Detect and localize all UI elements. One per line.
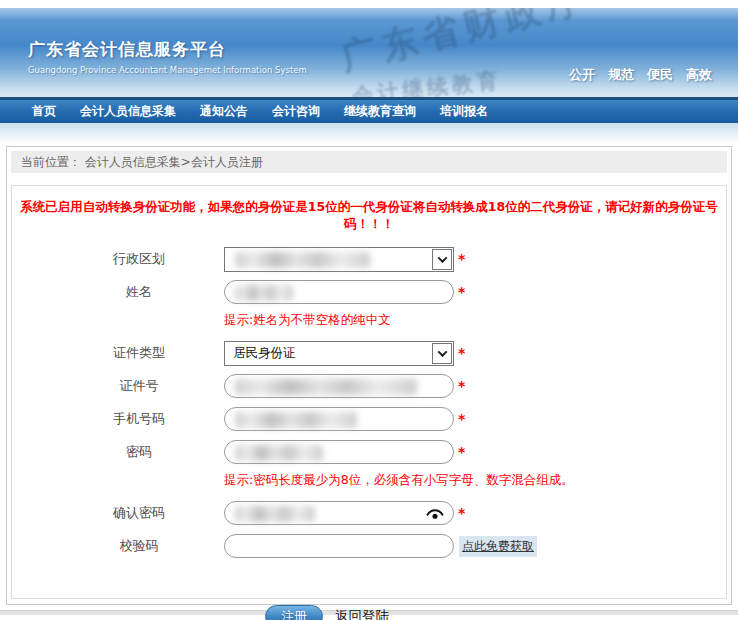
redacted-value	[235, 506, 315, 522]
mobile-label: 手机号码	[68, 410, 210, 428]
row-password: 密码 *	[12, 439, 726, 465]
confirm-password-input[interactable]	[224, 501, 454, 525]
redacted-value	[235, 412, 357, 428]
nav-item-training[interactable]: 培训报名	[440, 103, 488, 120]
password-hint: 提示:密码长度最少为8位，必须含有小写字母、数字混合组成。	[224, 472, 726, 489]
chevron-down-icon[interactable]	[432, 249, 452, 270]
required-marker: *	[458, 285, 465, 299]
get-captcha-link[interactable]: 点此免费获取	[459, 536, 537, 557]
form-actions: 注册 返回登陆	[12, 605, 726, 620]
admin-region-select[interactable]	[224, 247, 454, 272]
password-input[interactable]	[224, 440, 454, 464]
slogan-open: 公开	[569, 66, 595, 84]
redacted-value	[235, 285, 293, 301]
required-marker: *	[458, 506, 465, 520]
required-marker: *	[458, 412, 465, 426]
slogan-convenient: 便民	[647, 66, 673, 84]
required-marker: *	[458, 379, 465, 393]
captcha-label: 校验码	[68, 537, 210, 555]
mobile-input[interactable]	[224, 407, 454, 431]
breadcrumb-label: 当前位置：	[21, 155, 81, 169]
cert-number-label: 证件号	[68, 377, 210, 395]
content-container: 当前位置： 会计人员信息采集>会计人员注册 系统已启用自动转换身份证功能，如果您…	[6, 146, 732, 605]
admin-region-label: 行政区划	[68, 250, 210, 268]
top-margin	[0, 0, 738, 8]
row-admin-region: 行政区划 *	[12, 246, 726, 272]
nav-item-notices[interactable]: 通知公告	[200, 103, 248, 120]
cert-number-input[interactable]	[224, 374, 454, 398]
row-name: 姓名 *	[12, 279, 726, 305]
confirm-password-label: 确认密码	[68, 504, 210, 522]
nav-gradient-fade	[0, 123, 738, 145]
nav-item-home[interactable]: 首页	[32, 103, 56, 120]
main-nav: 首页 会计人员信息采集 通知公告 会计咨询 继续教育查询 培训报名	[0, 97, 738, 123]
nav-item-info-collection[interactable]: 会计人员信息采集	[80, 103, 176, 120]
header-banner: 广东省财政厅 会计继续教育 广东省会计信息服务平台 Guangdong Prov…	[0, 8, 738, 97]
nav-item-continuing-education[interactable]: 继续教育查询	[344, 103, 416, 120]
id-conversion-warning: 系统已启用自动转换身份证功能，如果您的身份证是15位的一代身份证将自动转换成18…	[12, 199, 726, 233]
redacted-value	[235, 379, 417, 395]
required-marker: *	[458, 445, 465, 459]
breadcrumb-path: 会计人员信息采集>会计人员注册	[85, 155, 263, 169]
slogan-efficient: 高效	[686, 66, 712, 84]
site-title: 广东省会计信息服务平台	[28, 38, 307, 61]
cert-type-select[interactable]: 居民身份证	[224, 341, 454, 366]
slogan-standard: 规范	[608, 66, 634, 84]
site-subtitle: Guangdong Province Accountant Managemet …	[28, 65, 307, 75]
row-captcha: 校验码 点此免费获取	[12, 533, 726, 559]
name-hint: 提示:姓名为不带空格的纯中文	[224, 312, 726, 329]
register-button[interactable]: 注册	[265, 605, 323, 620]
row-cert-number: 证件号 *	[12, 373, 726, 399]
required-marker: *	[458, 346, 465, 360]
redacted-value	[235, 445, 323, 461]
row-mobile: 手机号码 *	[12, 406, 726, 432]
required-marker: *	[458, 252, 465, 266]
back-to-login-link[interactable]: 返回登陆	[335, 608, 389, 620]
redacted-value	[235, 252, 370, 268]
nav-item-consulting[interactable]: 会计咨询	[272, 103, 320, 120]
site-logo: 广东省会计信息服务平台 Guangdong Province Accountan…	[28, 38, 307, 75]
name-label: 姓名	[68, 283, 210, 301]
cert-type-label: 证件类型	[68, 344, 210, 362]
password-reveal-eye-icon[interactable]	[426, 506, 444, 522]
header-slogans: 公开 规范 便民 高效	[569, 66, 712, 84]
row-cert-type: 证件类型 居民身份证 *	[12, 340, 726, 366]
row-confirm-password: 确认密码 *	[12, 500, 726, 526]
password-label: 密码	[68, 443, 210, 461]
captcha-input[interactable]	[224, 534, 454, 558]
chevron-down-icon[interactable]	[432, 343, 452, 364]
cert-type-value: 居民身份证	[233, 345, 296, 362]
registration-form-panel: 系统已启用自动转换身份证功能，如果您的身份证是15位的一代身份证将自动转换成18…	[11, 185, 727, 599]
breadcrumb: 当前位置： 会计人员信息采集>会计人员注册	[11, 151, 727, 173]
name-input[interactable]	[224, 280, 454, 304]
